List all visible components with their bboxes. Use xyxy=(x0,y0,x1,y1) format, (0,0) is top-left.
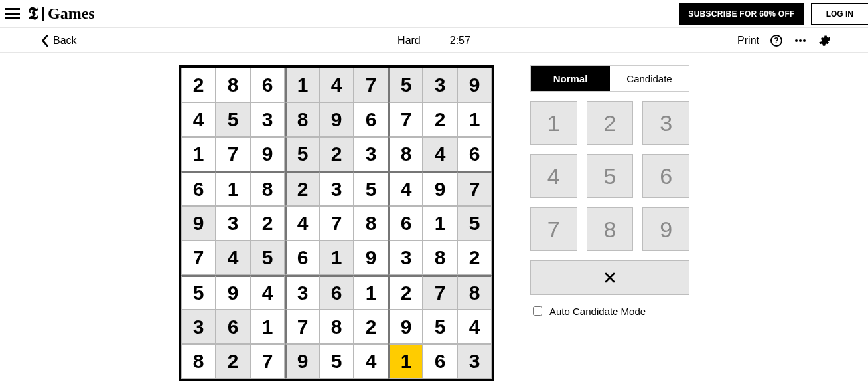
cell-r1-c0[interactable]: 4 xyxy=(181,102,216,137)
key-5[interactable]: 5 xyxy=(587,154,634,198)
cell-r2-c0[interactable]: 1 xyxy=(181,137,216,171)
cell-r7-c0[interactable]: 3 xyxy=(181,310,216,344)
key-6[interactable]: 6 xyxy=(642,154,689,198)
cell-r2-c8[interactable]: 6 xyxy=(457,137,492,171)
cell-r6-c1[interactable]: 9 xyxy=(216,275,250,310)
tab-candidate[interactable]: Candidate xyxy=(610,66,689,91)
cell-r6-c3[interactable]: 3 xyxy=(285,275,319,310)
cell-r6-c8[interactable]: 8 xyxy=(457,275,492,310)
cell-r7-c7[interactable]: 5 xyxy=(423,310,457,344)
cell-r4-c6[interactable]: 6 xyxy=(388,206,423,241)
brand-logo[interactable]: 𝕿 Games xyxy=(28,4,95,24)
cell-r6-c6[interactable]: 2 xyxy=(388,275,423,310)
cell-r7-c3[interactable]: 7 xyxy=(285,310,319,344)
back-button[interactable]: Back xyxy=(41,35,77,47)
cell-r6-c0[interactable]: 5 xyxy=(181,275,216,310)
cell-r0-c3[interactable]: 1 xyxy=(285,68,319,102)
cell-r1-c4[interactable]: 9 xyxy=(319,102,354,137)
cell-r1-c7[interactable]: 2 xyxy=(423,102,457,137)
key-7[interactable]: 7 xyxy=(530,207,577,251)
cell-r7-c1[interactable]: 6 xyxy=(216,310,250,344)
settings-icon[interactable] xyxy=(818,34,831,47)
cell-r7-c5[interactable]: 2 xyxy=(354,310,388,344)
cell-r0-c0[interactable]: 2 xyxy=(181,68,216,102)
key-3[interactable]: 3 xyxy=(642,101,689,145)
print-button[interactable]: Print xyxy=(737,35,759,47)
cell-r7-c2[interactable]: 1 xyxy=(250,310,285,344)
cell-r2-c1[interactable]: 7 xyxy=(216,137,250,171)
cell-r4-c8[interactable]: 5 xyxy=(457,206,492,241)
cell-r8-c0[interactable]: 8 xyxy=(181,344,216,379)
subscribe-button[interactable]: SUBSCRIBE FOR 60% OFF xyxy=(679,3,804,25)
cell-r8-c8[interactable]: 3 xyxy=(457,344,492,379)
cell-r5-c5[interactable]: 9 xyxy=(354,241,388,275)
cell-r7-c6[interactable]: 9 xyxy=(388,310,423,344)
cell-r3-c6[interactable]: 4 xyxy=(388,171,423,206)
key-4[interactable]: 4 xyxy=(530,154,577,198)
cell-r4-c2[interactable]: 2 xyxy=(250,206,285,241)
cell-r5-c2[interactable]: 5 xyxy=(250,241,285,275)
cell-r3-c5[interactable]: 5 xyxy=(354,171,388,206)
key-8[interactable]: 8 xyxy=(587,207,634,251)
cell-r8-c5[interactable]: 4 xyxy=(354,344,388,379)
cell-r1-c1[interactable]: 5 xyxy=(216,102,250,137)
cell-r2-c4[interactable]: 2 xyxy=(319,137,354,171)
cell-r6-c5[interactable]: 1 xyxy=(354,275,388,310)
cell-r0-c6[interactable]: 5 xyxy=(388,68,423,102)
cell-r0-c2[interactable]: 6 xyxy=(250,68,285,102)
cell-r7-c8[interactable]: 4 xyxy=(457,310,492,344)
cell-r5-c7[interactable]: 8 xyxy=(423,241,457,275)
cell-r3-c4[interactable]: 3 xyxy=(319,171,354,206)
more-icon[interactable] xyxy=(794,34,807,47)
sudoku-board[interactable]: 2861475394538967211795238466182354979324… xyxy=(179,65,494,381)
cell-r1-c2[interactable]: 3 xyxy=(250,102,285,137)
key-2[interactable]: 2 xyxy=(587,101,634,145)
cell-r5-c0[interactable]: 7 xyxy=(181,241,216,275)
cell-r8-c1[interactable]: 2 xyxy=(216,344,250,379)
cell-r5-c3[interactable]: 6 xyxy=(285,241,319,275)
cell-r8-c6[interactable]: 1 xyxy=(388,344,423,379)
cell-r0-c5[interactable]: 7 xyxy=(354,68,388,102)
cell-r3-c7[interactable]: 9 xyxy=(423,171,457,206)
cell-r8-c2[interactable]: 7 xyxy=(250,344,285,379)
cell-r2-c5[interactable]: 3 xyxy=(354,137,388,171)
key-9[interactable]: 9 xyxy=(642,207,689,251)
cell-r3-c0[interactable]: 6 xyxy=(181,171,216,206)
auto-candidate-checkbox[interactable] xyxy=(533,306,542,316)
login-button[interactable]: LOG IN xyxy=(811,3,868,25)
cell-r4-c5[interactable]: 8 xyxy=(354,206,388,241)
cell-r4-c0[interactable]: 9 xyxy=(181,206,216,241)
cell-r1-c3[interactable]: 8 xyxy=(285,102,319,137)
menu-icon[interactable] xyxy=(5,6,21,22)
cell-r1-c5[interactable]: 6 xyxy=(354,102,388,137)
cell-r3-c8[interactable]: 7 xyxy=(457,171,492,206)
auto-candidate-toggle[interactable]: Auto Candidate Mode xyxy=(530,304,689,318)
cell-r0-c1[interactable]: 8 xyxy=(216,68,250,102)
cell-r0-c7[interactable]: 3 xyxy=(423,68,457,102)
cell-r4-c4[interactable]: 7 xyxy=(319,206,354,241)
cell-r6-c7[interactable]: 7 xyxy=(423,275,457,310)
cell-r4-c1[interactable]: 3 xyxy=(216,206,250,241)
cell-r1-c8[interactable]: 1 xyxy=(457,102,492,137)
cell-r0-c8[interactable]: 9 xyxy=(457,68,492,102)
cell-r4-c7[interactable]: 1 xyxy=(423,206,457,241)
cell-r2-c6[interactable]: 8 xyxy=(388,137,423,171)
cell-r3-c3[interactable]: 2 xyxy=(285,171,319,206)
cell-r2-c7[interactable]: 4 xyxy=(423,137,457,171)
cell-r8-c4[interactable]: 5 xyxy=(319,344,354,379)
cell-r7-c4[interactable]: 8 xyxy=(319,310,354,344)
cell-r5-c4[interactable]: 1 xyxy=(319,241,354,275)
cell-r3-c2[interactable]: 8 xyxy=(250,171,285,206)
cell-r2-c3[interactable]: 5 xyxy=(285,137,319,171)
erase-button[interactable] xyxy=(530,260,689,295)
cell-r4-c3[interactable]: 4 xyxy=(285,206,319,241)
cell-r2-c2[interactable]: 9 xyxy=(250,137,285,171)
cell-r1-c6[interactable]: 7 xyxy=(388,102,423,137)
help-icon[interactable]: ? xyxy=(770,34,783,47)
cell-r5-c8[interactable]: 2 xyxy=(457,241,492,275)
cell-r8-c7[interactable]: 6 xyxy=(423,344,457,379)
cell-r3-c1[interactable]: 1 xyxy=(216,171,250,206)
cell-r0-c4[interactable]: 4 xyxy=(319,68,354,102)
cell-r6-c4[interactable]: 6 xyxy=(319,275,354,310)
cell-r5-c1[interactable]: 4 xyxy=(216,241,250,275)
